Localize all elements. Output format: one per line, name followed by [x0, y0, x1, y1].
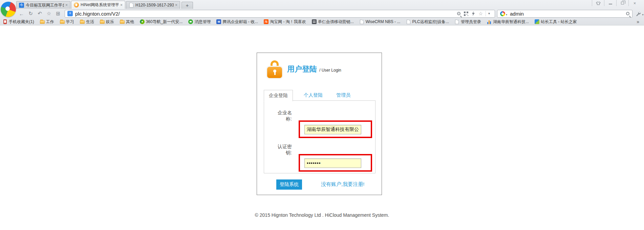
dark-badge-icon [312, 19, 317, 24]
search-engine-caret-icon[interactable]: ▾ [506, 13, 507, 16]
bookmark-message-mgmt[interactable]: 消息管理 [188, 19, 211, 25]
folder-icon [120, 20, 125, 24]
bookmark-taobao[interactable]: 淘 淘宝网 - 淘！我喜欢 [264, 19, 306, 25]
zoom-button[interactable] [457, 12, 460, 15]
bookmark-360-nav[interactable]: 360导航_新一代安... [140, 19, 183, 25]
bookmark-label: 消息管理 [194, 19, 211, 25]
bookmark-folder-life[interactable]: 生活 [80, 19, 94, 25]
close-tab-icon[interactable]: × [65, 3, 68, 7]
tab-enterprise-login[interactable]: 企业登陆 [264, 90, 293, 101]
search-box[interactable]: ▾ admin [497, 10, 632, 18]
tab-title: 今目标互联网工作平台 [26, 2, 64, 8]
bookmark-folder-study[interactable]: 学习 [60, 19, 74, 25]
tab-h120[interactable]: H120-1509-1617-2932-77 × [126, 1, 180, 9]
tab-title: H120-1509-1617-2932-77 [135, 3, 174, 7]
folder-icon [40, 20, 45, 24]
folder-icon [100, 20, 105, 24]
skin-button[interactable] [592, 0, 604, 6]
register-link[interactable]: 没有账户,我要注册! [321, 181, 364, 188]
bookmark-plc-monitor[interactable]: PLC远程监控|设备... [406, 19, 449, 25]
site-shield-icon[interactable]: + [67, 11, 73, 16]
bookmark-wisecrm[interactable]: WiseCRM NBS - ... [360, 19, 401, 24]
login-header: 用户登陆 / User Login [267, 60, 341, 78]
enterprise-name-input[interactable] [304, 125, 361, 134]
search-icon[interactable] [626, 12, 629, 15]
bookmark-admin-login[interactable]: 管理员登录 [455, 19, 481, 25]
favorites-star-button[interactable]: ☆ [44, 11, 53, 17]
qr-code-button[interactable] [464, 12, 468, 16]
bookmark-folder-work[interactable]: 工作 [40, 19, 54, 25]
page-content: 用户登陆 / User Login 企业登陆 个人登陆 管理员 企业名称: 认证… [0, 25, 644, 230]
tab-personal-login[interactable]: 个人登陆 [299, 90, 327, 101]
minimize-button[interactable] [604, 0, 616, 6]
bookmark-label: 生活 [86, 19, 94, 25]
browser-chrome: 今 今目标互联网工作平台 × HiNet网络系统管理平台 × H120-1509… [0, 0, 644, 25]
bookmark-chinaz[interactable]: 站长工具 - 站长之家 [535, 19, 577, 25]
folder-icon [60, 20, 65, 24]
accelerator-button[interactable] [472, 11, 475, 16]
restore-icon [621, 2, 624, 4]
minimize-icon [609, 4, 612, 4]
tab-jinmubiao[interactable]: 今 今目标互联网工作平台 × [16, 1, 70, 9]
tools-caret-icon: ▾ [642, 13, 643, 16]
login-title-en: / User Login [319, 66, 341, 73]
bookmark-folder-fun[interactable]: 娱乐 [100, 19, 114, 25]
address-bar[interactable]: + plc.hignton.com/V2/ ☆ ▾ [65, 10, 495, 18]
bookmark-tencent-mail[interactable]: M 腾讯企业邮箱 - 收... [216, 19, 258, 25]
bookmark-phone-favorites[interactable]: 手机收藏夹(1) [3, 19, 34, 25]
taobao-icon: 淘 [264, 19, 269, 24]
tab-bar: 今 今目标互联网工作平台 × HiNet网络系统管理平台 × H120-1509… [16, 1, 193, 9]
bookmark-label: 单仁合强移动营销... [318, 19, 354, 25]
360-nav-icon [140, 19, 145, 24]
enterprise-name-label: 企业名称: [274, 110, 292, 122]
search-engine-icon[interactable] [500, 11, 505, 16]
bookmarks-bar: 手机收藏夹(1) 工作 学习 生活 娱乐 其他 360导航_新一代安... 消 [0, 18, 644, 25]
auth-key-label: 认证密钥: [274, 143, 292, 156]
search-input[interactable]: admin [510, 11, 626, 17]
highlight-box-key [299, 154, 372, 172]
bookmark-page-button[interactable]: ☆ [478, 11, 483, 16]
bookmark-label: 管理员登录 [461, 19, 481, 25]
highlight-box-enterprise [299, 120, 372, 138]
close-window-button[interactable]: × [628, 0, 641, 6]
bookmark-label: 工作 [46, 19, 54, 25]
favorites-grid-button[interactable]: ⊞ [53, 11, 63, 17]
bookmark-label: 淘宝网 - 淘！我喜欢 [270, 19, 306, 25]
login-submit-button[interactable]: 登陆系统 [276, 179, 302, 190]
bar-chart-icon [487, 19, 492, 24]
bookmark-label: 其他 [126, 19, 134, 25]
mail-icon: M [216, 19, 221, 24]
tab-hinet-active[interactable]: HiNet网络系统管理平台 × [71, 1, 125, 9]
undo-closed-tab-button[interactable]: ↶ [35, 11, 44, 17]
back-button[interactable]: ← [17, 11, 26, 17]
copyright-text: © 2015 Hignton Technology Ltd . HiCloud … [0, 212, 644, 218]
bookmarks-overflow-button[interactable]: » [635, 19, 641, 24]
wrench-icon [636, 11, 641, 16]
restore-button[interactable] [616, 0, 628, 6]
bookmark-label: 湖南华辰智通科技... [493, 19, 529, 25]
bookmark-label: 学习 [66, 19, 74, 25]
close-tab-icon[interactable]: × [120, 3, 123, 7]
tab-title: HiNet网络系统管理平台 [81, 2, 119, 8]
bookmark-label: WiseCRM NBS - ... [366, 19, 401, 24]
bookmark-danren[interactable]: 单仁合强移动营销... [312, 19, 354, 25]
flame-favicon [74, 2, 79, 7]
close-tab-icon[interactable]: × [175, 3, 177, 7]
lightning-icon [472, 11, 475, 16]
message-icon [188, 19, 193, 24]
browser-360-logo[interactable] [1, 2, 16, 17]
bookmark-label: 手机收藏夹(1) [9, 19, 34, 25]
address-dropdown-button[interactable]: ▾ [486, 11, 492, 16]
tab-administrator[interactable]: 管理员 [331, 90, 355, 101]
new-tab-button[interactable]: + [181, 2, 193, 9]
shirt-icon [596, 1, 601, 5]
bookmark-huachen[interactable]: 湖南华辰智通科技... [487, 19, 529, 25]
page-favicon [129, 3, 133, 7]
auth-key-input[interactable] [304, 158, 361, 168]
close-icon: × [634, 1, 636, 6]
bookmark-folder-other[interactable]: 其他 [120, 19, 134, 25]
refresh-button[interactable]: ↻ [26, 11, 35, 17]
login-tabs: 企业登陆 个人登陆 管理员 [264, 90, 359, 101]
url-text[interactable]: plc.hignton.com/V2/ [75, 11, 454, 17]
tools-menu-button[interactable]: ▾ [635, 11, 644, 16]
